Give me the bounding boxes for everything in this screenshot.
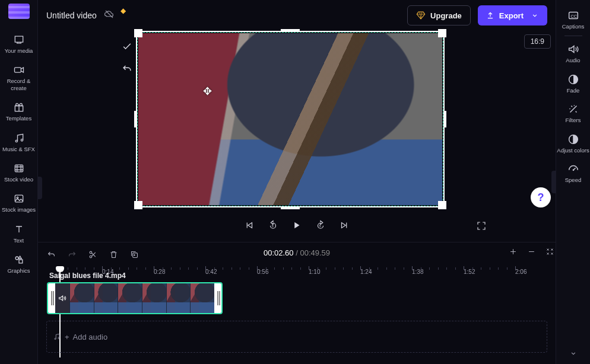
rnav-label: Speed <box>557 176 590 183</box>
delete-button[interactable] <box>109 250 119 260</box>
rewind-5s-button[interactable]: 5 <box>268 220 278 233</box>
rnav-speed[interactable]: Speed <box>557 162 590 183</box>
undo-button[interactable] <box>46 250 56 260</box>
plus-icon: + <box>65 333 69 341</box>
clip-trim-left[interactable] <box>48 283 55 313</box>
center-pane: Untitled video ◆ Upgrade Export 16:9 <box>38 0 556 364</box>
fullscreen-button[interactable] <box>476 221 487 234</box>
captions-icon: CC <box>557 8 590 23</box>
clip-audio-icon[interactable] <box>55 293 69 303</box>
confirm-button[interactable] <box>118 38 137 55</box>
nav-templates[interactable]: Templates <box>1 98 37 125</box>
skip-start-button[interactable] <box>244 220 255 233</box>
svg-text:5: 5 <box>319 224 321 228</box>
canvas[interactable]: ✥ <box>136 31 445 207</box>
app-logo <box>8 4 30 19</box>
svg-rect-8 <box>19 260 23 263</box>
resize-handle-br[interactable] <box>438 201 446 209</box>
resize-handle-left[interactable] <box>134 111 136 127</box>
nav-your-media[interactable]: Your media <box>1 31 37 58</box>
upgrade-button[interactable]: Upgrade <box>407 5 471 25</box>
svg-rect-5 <box>15 196 23 203</box>
playback-controls: 5 5 <box>38 211 556 242</box>
rnav-label: Captions <box>557 23 590 30</box>
nav-label: Music & SFX <box>1 145 37 152</box>
nav-record-create[interactable]: Record & create <box>1 61 37 95</box>
time-readout: 00:02.60 / 00:49.59 <box>264 248 330 257</box>
nav-graphics[interactable]: Graphics <box>1 251 37 277</box>
nav-label: Stock images <box>1 205 37 213</box>
revert-button[interactable] <box>118 60 137 77</box>
tracks: Saigal blues file 4.mp4 + Add audio <box>46 282 547 353</box>
rnav-adjust-colors[interactable]: Adjust colors <box>557 132 590 154</box>
skip-end-button[interactable] <box>339 220 350 233</box>
image-icon <box>1 192 37 205</box>
export-label: Export <box>499 11 524 20</box>
nav-label: Your media <box>1 46 37 54</box>
topbar: Untitled video ◆ Upgrade Export <box>38 0 556 31</box>
resize-handle-top[interactable] <box>281 29 300 31</box>
svg-point-3 <box>21 139 23 141</box>
video-preview[interactable] <box>138 33 442 205</box>
resize-handle-bottom[interactable] <box>281 207 300 209</box>
rnav-audio[interactable]: Audio <box>557 42 590 63</box>
zoom-out-button[interactable] <box>527 247 536 256</box>
nav-music-sfx[interactable]: Music & SFX <box>1 129 37 156</box>
ruler-tick: 0:42 <box>205 269 217 275</box>
svg-rect-0 <box>14 68 21 72</box>
music-note-icon <box>53 333 61 341</box>
music-icon <box>1 132 37 145</box>
play-button[interactable] <box>291 220 302 233</box>
rnav-fade[interactable]: Fade <box>557 72 590 94</box>
aspect-ratio-chip[interactable]: 16:9 <box>524 34 551 49</box>
left-sidebar: Your media Record & create Templates Mus… <box>0 0 38 364</box>
nav-label: Stock video <box>1 175 37 183</box>
audio-track-empty[interactable]: + Add audio <box>46 321 547 353</box>
nav-stock-video[interactable]: Stock video <box>1 159 37 186</box>
forward-5s-button[interactable]: 5 <box>315 220 326 233</box>
svg-text:CC: CC <box>570 14 577 19</box>
resize-handle-tr[interactable] <box>438 29 446 37</box>
split-button[interactable] <box>88 250 98 260</box>
upgrade-label: Upgrade <box>430 11 462 20</box>
clip-trim-right[interactable] <box>214 283 221 313</box>
nav-text[interactable]: Text <box>1 221 37 247</box>
cloud-sync-off-icon[interactable] <box>104 9 115 22</box>
collapse-right-rail[interactable] <box>557 347 590 359</box>
svg-point-7 <box>15 257 18 260</box>
redo-button[interactable] <box>67 250 77 260</box>
rnav-label: Fade <box>557 87 590 94</box>
svg-point-14 <box>55 338 56 339</box>
video-clip[interactable] <box>47 282 223 314</box>
rnav-label: Filters <box>557 116 590 123</box>
resize-handle-bl[interactable] <box>134 201 142 209</box>
current-time: 00:02.60 <box>264 248 294 257</box>
project-title[interactable]: Untitled video <box>46 11 97 20</box>
resize-handle-right[interactable] <box>445 111 446 127</box>
export-button[interactable]: Export <box>478 5 547 25</box>
duplicate-button[interactable] <box>129 250 139 260</box>
contrast-icon <box>557 132 590 146</box>
rnav-captions[interactable]: CC Captions <box>557 8 590 30</box>
zoom-in-button[interactable] <box>509 247 518 256</box>
speaker-icon <box>557 42 590 56</box>
video-track[interactable]: Saigal blues file 4.mp4 <box>46 282 547 315</box>
svg-rect-4 <box>15 165 23 172</box>
nav-label: Record & create <box>1 76 37 91</box>
rnav-filters[interactable]: Filters <box>557 102 590 123</box>
shapes-icon <box>1 253 37 266</box>
help-button[interactable]: ? <box>531 187 551 207</box>
nav-stock-images[interactable]: Stock images <box>1 190 37 216</box>
total-time: 00:49.59 <box>300 248 330 257</box>
upload-icon <box>486 11 494 20</box>
gauge-icon <box>557 162 590 176</box>
svg-point-20 <box>572 170 574 171</box>
ruler-tick: 1:38 <box>412 269 423 275</box>
add-audio-label: Add audio <box>73 333 108 341</box>
chevron-down-icon <box>531 11 539 20</box>
zoom-fit-button[interactable] <box>545 247 554 256</box>
rnav-label: Adjust colors <box>557 146 590 154</box>
rnav-label: Audio <box>557 56 590 63</box>
zoom-controls <box>509 247 554 256</box>
transform-confirm-controls <box>115 34 139 77</box>
